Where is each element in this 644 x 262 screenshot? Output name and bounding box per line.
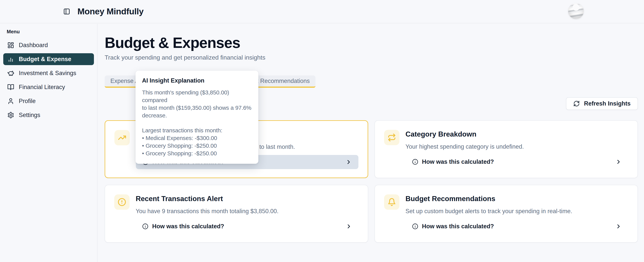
how-calculated-button[interactable]: How was this calculated? (406, 155, 628, 169)
piggy-bank-icon (7, 70, 14, 77)
sidebar-item-label: Dashboard (19, 42, 48, 49)
main-content: Budget & Expenses Track your spending an… (98, 23, 644, 262)
alert-circle-icon (114, 194, 130, 210)
trending-up-icon (114, 130, 130, 145)
card-budget-recommendations: Budget Recommendations Set up custom bud… (374, 185, 638, 243)
repeat-icon (384, 130, 400, 145)
card-title: Category Breakdown (406, 130, 476, 138)
sidebar-section-label: Menu (7, 29, 97, 35)
sidebar-item-dashboard[interactable]: Dashboard (3, 39, 94, 51)
app-title: Money Mindfully (78, 6, 144, 16)
sidebar: Menu Dashboard Budget & Expense (0, 24, 98, 262)
sidebar-item-settings[interactable]: Settings (3, 109, 94, 121)
info-icon (412, 223, 418, 230)
info-icon (142, 223, 148, 230)
how-calculated-label: How was this calculated? (152, 223, 224, 230)
card-title: Budget Recommendations (406, 195, 496, 203)
how-calculated-label: How was this calculated? (422, 158, 494, 165)
sidebar-nav: Dashboard Budget & Expense Investment & … (0, 39, 97, 121)
sidebar-item-label: Investment & Savings (19, 70, 76, 77)
refresh-insights-label: Refresh Insights (584, 100, 630, 107)
info-icon (412, 159, 418, 165)
bar-chart-icon (7, 56, 14, 63)
tooltip-title: AI Insight Explanation (142, 77, 252, 84)
chevron-right-icon (615, 159, 622, 165)
page-subtitle: Track your spending and get personalized… (105, 54, 265, 61)
tooltip-text-line: This month's spending ($3,850.00) compar… (142, 89, 252, 104)
sidebar-item-label: Budget & Expense (19, 56, 71, 63)
bell-icon (384, 194, 400, 210)
how-calculated-button[interactable]: How was this calculated? (406, 219, 628, 234)
sidebar-item-label: Financial Literacy (19, 84, 65, 91)
gear-icon (7, 112, 14, 119)
tooltip-text-line: to last month ($159,350.00) shows a 97.6… (142, 104, 252, 112)
avatar[interactable] (568, 3, 584, 19)
chevron-right-icon (346, 159, 352, 165)
card-description-fragment: to last month. (259, 143, 295, 150)
dashboard-icon (7, 42, 14, 49)
user-icon (7, 98, 14, 105)
sidebar-item-label: Profile (19, 98, 36, 105)
chevron-right-icon (346, 223, 352, 230)
refresh-icon (573, 100, 580, 107)
chevron-right-icon (615, 223, 622, 230)
page-title: Budget & Expenses (105, 34, 240, 51)
sidebar-toggle-button[interactable] (62, 7, 71, 16)
panel-left-icon (63, 8, 70, 15)
card-description: Your highest spending category is undefi… (406, 143, 524, 150)
sidebar-item-label: Settings (19, 112, 40, 119)
how-calculated-button[interactable]: How was this calculated? (136, 219, 358, 234)
tooltip-list-item: • Grocery Shopping: -$250.00 (142, 150, 252, 157)
ai-insight-tooltip: AI Insight Explanation This month's spen… (136, 71, 258, 164)
tooltip-list-item: • Grocery Shopping: -$250.00 (142, 142, 252, 150)
card-recent-transactions-alert: Recent Transactions Alert You have 9 tra… (105, 185, 368, 243)
card-description: You have 9 transactions this month total… (136, 208, 278, 215)
card-title: Recent Transactions Alert (136, 195, 223, 203)
refresh-insights-button[interactable]: Refresh Insights (566, 97, 638, 110)
sidebar-item-profile[interactable]: Profile (3, 95, 94, 107)
sidebar-item-investment-savings[interactable]: Investment & Savings (3, 67, 94, 79)
tooltip-spacer (142, 119, 252, 127)
sidebar-item-budget-expense[interactable]: Budget & Expense (3, 53, 94, 65)
book-open-icon (7, 84, 14, 91)
tooltip-text-line: decrease. (142, 112, 252, 119)
app-header: Money Mindfully (0, 0, 644, 23)
card-description: Set up custom budget alerts to track you… (406, 208, 572, 215)
card-category-breakdown: Category Breakdown Your highest spending… (374, 120, 638, 178)
sidebar-item-financial-literacy[interactable]: Financial Literacy (3, 81, 94, 93)
tooltip-list-item: • Medical Expenses: -$300.00 (142, 134, 252, 142)
how-calculated-label: How was this calculated? (422, 223, 494, 230)
tooltip-list-header: Largest transactions this month: (142, 127, 252, 134)
